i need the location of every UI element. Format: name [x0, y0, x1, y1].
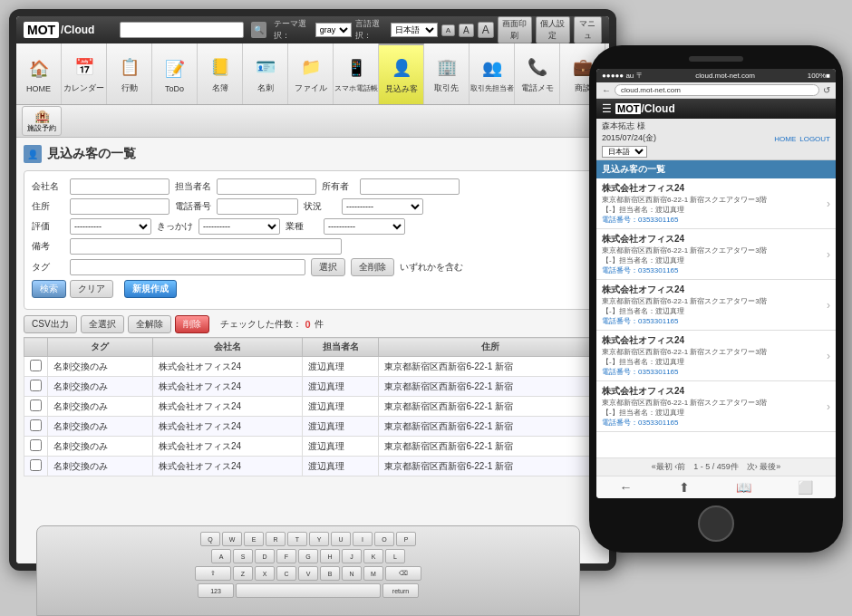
nav-item-todo[interactable]: 📝 ToDo [152, 43, 198, 104]
row-checkbox[interactable] [30, 439, 42, 451]
key-c[interactable]: C [276, 566, 296, 581]
key-123[interactable]: 123 [198, 583, 234, 598]
tag-clear-button[interactable]: 全削除 [351, 258, 394, 276]
delete-button[interactable]: 削除 [175, 315, 209, 333]
phone-home-button[interactable] [698, 505, 734, 542]
row-company[interactable]: 株式会社オフィス24 [152, 357, 302, 377]
print-button[interactable]: 画面印刷 [498, 16, 532, 43]
status-select[interactable]: ---------- [342, 198, 423, 215]
key-d[interactable]: D [255, 549, 275, 563]
subnav-facility[interactable]: 🏨 施設予約 [22, 106, 62, 136]
key-q[interactable]: Q [200, 532, 220, 546]
row-checkbox[interactable] [30, 419, 42, 431]
row-company[interactable]: 株式会社オフィス24 [152, 437, 302, 457]
phone-tabs-btn[interactable]: ⬜ [798, 480, 813, 495]
key-shift[interactable]: ⇧ [195, 566, 231, 581]
key-space[interactable] [236, 583, 381, 598]
row-company[interactable]: 株式会社オフィス24 [152, 417, 302, 437]
key-u[interactable]: U [331, 532, 351, 546]
owner-input[interactable] [360, 178, 460, 195]
nav-item-action[interactable]: 📋 行動 [107, 43, 152, 104]
key-return[interactable]: return [382, 583, 419, 598]
phone-item-tel[interactable]: 電話番号：0353301165 [602, 418, 827, 428]
phone-back-btn[interactable]: ← [620, 480, 633, 495]
nav-item-addressbook[interactable]: 📒 名簿 [198, 43, 243, 104]
phone-list-item[interactable]: 株式会社オフィス24 東京都新宿区西新宿6-22-1 新宿スクエアタワー3階 【… [596, 229, 836, 280]
phone-list-item[interactable]: 株式会社オフィス24 東京都新宿区西新宿6-22-1 新宿スクエアタワー3階 【… [596, 280, 836, 331]
key-h[interactable]: H [320, 549, 340, 563]
phone-back-icon[interactable]: ← [602, 85, 611, 95]
key-p[interactable]: P [396, 532, 416, 546]
phone-logout-link[interactable]: LOGOUT [799, 135, 830, 143]
industry-select[interactable]: ---------- [324, 218, 405, 235]
key-a[interactable]: A [211, 549, 231, 563]
row-company[interactable]: 株式会社オフィス24 [152, 397, 302, 417]
nav-item-contact[interactable]: 👥 取引先担当者 [470, 43, 515, 104]
font-minus-button[interactable]: A [441, 24, 455, 36]
rating-select[interactable]: ---------- [70, 218, 151, 235]
key-j[interactable]: J [342, 549, 362, 563]
row-company[interactable]: 株式会社オフィス24 [152, 457, 302, 476]
lang-select[interactable]: 日本語 English [391, 23, 438, 37]
phone-item-tel[interactable]: 電話番号：0353301165 [602, 316, 827, 326]
key-m[interactable]: M [363, 566, 383, 581]
select-all-button[interactable]: 全選択 [81, 315, 124, 333]
key-e[interactable]: E [244, 532, 264, 546]
trigger-select[interactable]: ---------- [198, 218, 280, 235]
key-f[interactable]: F [276, 549, 296, 563]
personal-button[interactable]: 個人設定 [536, 16, 570, 43]
key-l[interactable]: L [385, 549, 405, 563]
row-checkbox[interactable] [30, 459, 42, 471]
nav-item-calendar[interactable]: 📅 カレンダー [62, 43, 107, 104]
phone-item-tel[interactable]: 電話番号：0353301165 [602, 215, 827, 225]
phone-home-link[interactable]: HOME [774, 135, 796, 143]
tag-input[interactable] [70, 259, 305, 275]
nav-item-card[interactable]: 🪪 名刺 [243, 43, 288, 104]
header-search-input[interactable] [120, 22, 244, 38]
key-y[interactable]: Y [309, 532, 329, 546]
phone-menu-icon[interactable]: ☰ [602, 102, 612, 115]
font-plus-button[interactable]: A [478, 22, 494, 38]
clear-button[interactable]: クリア [70, 280, 113, 298]
phone-list-item[interactable]: 株式会社オフィス24 東京都新宿区西新宿6-22-1 新宿スクエアタワー3階 【… [596, 178, 836, 229]
key-backspace[interactable]: ⌫ [385, 566, 421, 581]
key-g[interactable]: G [298, 549, 318, 563]
key-n[interactable]: N [342, 566, 362, 581]
phone-input[interactable] [217, 198, 298, 215]
phone-bookmark-btn[interactable]: 📖 [736, 480, 751, 495]
key-x[interactable]: X [255, 566, 275, 581]
search-button[interactable]: 検索 [32, 280, 66, 298]
key-o[interactable]: O [374, 532, 394, 546]
nav-item-home[interactable]: 🏠 HOME [16, 43, 62, 104]
company-input[interactable] [70, 178, 169, 195]
person-input[interactable] [217, 178, 316, 195]
key-v[interactable]: V [298, 566, 318, 581]
row-company[interactable]: 株式会社オフィス24 [152, 377, 302, 397]
menu-button[interactable]: マニュ [574, 16, 602, 43]
key-s[interactable]: S [233, 549, 253, 563]
phone-refresh-icon[interactable]: ↺ [823, 85, 830, 95]
key-r[interactable]: R [266, 532, 286, 546]
phone-item-tel[interactable]: 電話番号：0353301165 [602, 367, 827, 377]
address-input[interactable] [70, 198, 169, 215]
phone-lang-select[interactable]: 日本語 [602, 146, 647, 158]
row-checkbox[interactable] [30, 360, 42, 371]
phone-list-item[interactable]: 株式会社オフィス24 東京都新宿区西新宿6-22-1 新宿スクエアタワー3階 【… [596, 381, 836, 432]
csv-button[interactable]: CSV出力 [24, 315, 77, 333]
nav-item-dealer[interactable]: 🏢 取引先 [424, 43, 470, 104]
key-t[interactable]: T [287, 532, 307, 546]
key-b[interactable]: B [320, 566, 340, 581]
tag-select-button[interactable]: 選択 [311, 258, 345, 276]
new-button[interactable]: 新規作成 [124, 280, 177, 298]
key-w[interactable]: W [222, 532, 242, 546]
key-z[interactable]: Z [233, 566, 253, 581]
phone-list-item[interactable]: 株式会社オフィス24 東京都新宿区西新宿6-22-1 新宿スクエアタワー3階 【… [596, 331, 836, 381]
note-input[interactable] [70, 238, 342, 255]
nav-item-smartphone[interactable]: 📱 スマホ電話帳 [334, 43, 379, 104]
header-search-button[interactable]: 🔍 [251, 22, 266, 38]
nav-item-prospect[interactable]: 👤 見込み客 [379, 43, 424, 104]
key-k[interactable]: K [363, 549, 383, 563]
clear-all-button[interactable]: 全解除 [128, 315, 171, 333]
nav-item-memo[interactable]: 📞 電話メモ [515, 43, 560, 104]
font-mid-button[interactable]: A [459, 24, 474, 37]
